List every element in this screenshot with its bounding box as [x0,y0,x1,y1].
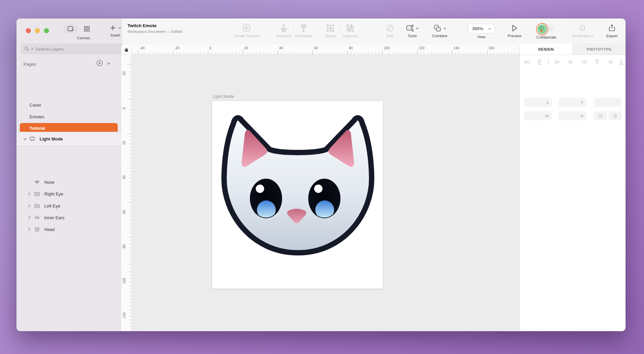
align-left-button[interactable] [554,58,561,66]
insert-button[interactable]: Insert [109,24,122,37]
folder-icon [34,191,40,197]
notifications-button[interactable]: Notifications [572,24,593,38]
chevron-down-icon [106,61,111,66]
ruler-label: 120 [122,310,126,320]
collaborator-avatar[interactable] [537,24,548,35]
tab-design[interactable]: DESIGN [520,44,573,55]
forward-button[interactable]: Forward [277,24,291,38]
distribute-horizontally-button[interactable] [523,58,531,66]
artboard-light-mode[interactable] [212,101,383,289]
flip-vertical-icon [612,113,618,119]
canvas-area[interactable]: -40 -20 0 20 40 60 80 100 120 140 160 -2… [121,45,520,331]
y-position-field[interactable]: Y [558,98,586,107]
chevron-down-icon [416,24,419,32]
create-symbol-icon [242,24,251,33]
play-icon [510,24,519,33]
combine-icon [433,24,442,33]
avatar-plant-icon [538,24,546,33]
left-eye-highlight [256,185,264,193]
collaborate-button[interactable]: ⋯ Collaborate [537,24,556,39]
ruler-label: 80 [349,46,353,50]
canvas-view-toggle[interactable] [63,24,77,33]
tab-prototype[interactable]: PROTOTYPE [573,44,626,55]
height-field[interactable]: H [558,111,586,120]
cat-head-shape-icon [34,226,40,233]
layer-item-nose[interactable]: Nose [16,177,121,187]
send-backward-icon [299,24,308,33]
ruler-label: 0 [209,46,211,50]
ruler-label: -40 [140,46,145,50]
align-middle-vertical-button[interactable] [607,58,614,66]
chevron-down-icon [118,24,122,32]
flip-horizontal-button[interactable] [594,111,607,120]
export-button[interactable]: Export [606,24,617,38]
vertical-ruler: -20 0 20 40 60 80 100 120 [121,54,132,331]
document-title: Twitch Emote [127,23,182,28]
collapse-pages-button[interactable] [106,61,111,66]
right-eye-highlight [314,185,323,193]
ruler-label: 140 [453,46,460,50]
toolbar-separator [293,26,294,34]
align-bottom-button[interactable] [618,58,625,66]
canvas-icon [67,25,74,32]
search-field[interactable] [21,44,124,54]
view-zoom-control[interactable]: 395% View [468,24,495,39]
combine-button[interactable]: Combine [432,24,447,38]
tools-icon [406,24,414,33]
artboard-icon [29,136,35,142]
tools-button[interactable]: Tools [406,24,419,38]
cat-emote-graphic[interactable] [221,113,375,256]
zoom-value: 395% [472,26,483,31]
grid-view-toggle[interactable] [81,24,93,33]
distribute-vertically-button[interactable] [536,58,543,66]
artboard-row-light-mode[interactable]: Light Mode [16,132,121,146]
create-symbol-button[interactable]: Create Symbol [234,24,259,38]
backward-button[interactable]: Backward [295,24,312,38]
layer-sidebar: Pages Cover Emotes Tutorial Steps Light … [16,45,122,331]
layer-item-right-eye[interactable]: Right Eye [16,188,121,199]
group-button[interactable]: Group [325,24,336,38]
layer-item-left-eye[interactable]: Left Eye [16,200,121,211]
ruler-label: 40 [279,46,283,50]
layer-item-inner-ears[interactable]: Inner Ears [16,212,121,223]
align-right-button[interactable] [580,58,587,66]
flip-vertical-button[interactable] [608,111,622,120]
edit-pencil-icon [385,24,394,33]
align-center-horizontal-button[interactable] [567,58,574,66]
rotation-field[interactable]: ° [594,98,622,107]
ruler-label: 20 [244,46,248,50]
ruler-label: 100 [122,276,126,286]
ruler-label: 160 [488,46,494,50]
x-position-field[interactable]: X [524,98,552,107]
ruler-label: 60 [122,207,126,217]
zoom-window-button[interactable] [44,28,49,33]
ungroup-icon [346,24,355,33]
align-top-button[interactable] [593,58,601,66]
alignment-options-dots[interactable] [545,58,552,66]
page-item-emotes[interactable]: Emotes [20,112,118,122]
close-window-button[interactable] [26,28,31,33]
chevron-down-icon [443,24,447,32]
width-field[interactable]: W [524,111,552,120]
ruler-label: 60 [314,46,318,50]
ruler-label: 40 [122,172,126,182]
toolbar: Canvas Insert Twitch Emote Workspace Doc… [16,18,626,45]
preview-button[interactable]: Preview [508,24,522,38]
page-item-cover[interactable]: Cover [20,100,118,110]
inspector-tabs: DESIGN PROTOTYPE [520,44,626,55]
ruler-label: 20 [122,138,126,148]
minimize-window-button[interactable] [35,28,40,33]
plus-circle-icon [96,60,103,66]
ruler-corner[interactable] [121,45,132,55]
layer-item-head[interactable]: Head [16,224,121,235]
search-input[interactable] [35,46,103,52]
ungroup-button[interactable]: Ungroup [343,24,358,38]
add-page-button[interactable] [96,60,103,66]
edit-button[interactable]: Edit [385,24,394,38]
zoom-dropdown[interactable]: 395% [468,24,495,34]
ruler-label: 80 [122,241,126,251]
chevron-right-icon [27,203,32,208]
lock-icon [124,48,128,52]
artboard-title[interactable]: Light Mode [213,94,234,99]
collaborators-overflow-button[interactable]: ⋯ [547,24,556,33]
